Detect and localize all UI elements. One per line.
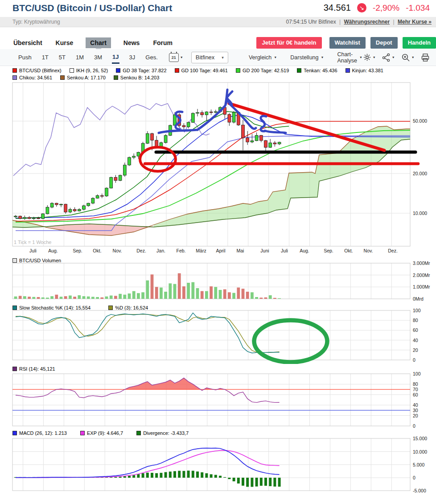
svg-text:10.000: 10.000 [413,449,427,454]
svg-text:10.000: 10.000 [413,211,427,216]
legend-label: GD 38 Tage: 37.822 [123,68,166,73]
svg-text:0: 0 [413,357,415,363]
exchange-select[interactable]: Bitfinex ▾ [191,52,228,63]
svg-text:Sep.: Sep. [73,248,82,253]
volume-panel[interactable]: 3.000Mr2.000Mr1.000Mr0Mrd [0,261,436,302]
legend-label: Senkou A: 17.170 [67,75,106,80]
date-range-picker[interactable]: 21 ▼ [169,53,183,62]
chart-toolbar: Push1T5T1M3M1J3JGes. 21 ▼ Bitfinex ▾ Ver… [0,49,436,66]
menu-chart-analyse[interactable]: Chart-Analyse▼ [337,51,362,64]
legend-swatch [236,68,240,73]
macd-swatch [12,431,17,435]
chevron-down-icon: ▼ [180,56,183,59]
legend-swatch [60,75,65,80]
svg-text:60: 60 [413,392,418,397]
button-handeln[interactable]: Handeln [403,37,436,49]
period-selector: Push1T5T1M3M1J3JGes. [18,51,158,64]
period-1t[interactable]: 1T [41,52,49,63]
svg-text:Jan.: Jan. [156,248,165,253]
chevron-down-icon: ▼ [359,56,362,59]
main-price-chart[interactable]: 50.00020.00010.000JuliAug.Sep.Okt.Nov.De… [0,82,436,256]
button-depot[interactable]: Depot [370,37,398,49]
title-row: BTC/USD (Bitcoin / US-Dollar) Chart 34.5… [0,0,436,17]
chevron-down-icon: ▼ [392,56,395,59]
svg-text:2.000Mr: 2.000Mr [413,273,430,278]
menu-label: Darstellung [290,54,318,61]
zoom-button[interactable]: ▼ [401,53,415,62]
print-button[interactable] [420,53,430,62]
nav-row: ÜbersichtKurseChartNewsForum Jetzt für 0… [0,37,436,49]
period-1j[interactable]: 1J [112,51,119,64]
svg-text:1.000Mr: 1.000Mr [413,284,430,289]
printer-icon [420,53,430,62]
legend-label: Kinjun: 43.381 [352,68,383,73]
share-button[interactable]: ▼ [382,53,395,62]
legend-item: Tenkan: 45.436 [297,68,337,73]
svg-text:0: 0 [413,475,415,480]
svg-text:70: 70 [413,387,418,392]
currency-converter-link[interactable]: Währungsrechner [344,19,390,25]
period-1m[interactable]: 1M [75,52,84,63]
period-3m[interactable]: 3M [94,52,103,63]
period-5t[interactable]: 5T [58,52,66,63]
more-quotes-link[interactable]: Mehr Kurse » [398,19,432,25]
menu-label: Vergleich [249,54,271,61]
period-ges[interactable]: Ges. [145,52,158,63]
rsi-panel[interactable]: 1008070604030200 [0,371,436,429]
menu-darstellung[interactable]: Darstellung▼ [290,54,324,61]
cta-trade-button[interactable]: Jetzt für 0€ handeln [256,37,321,49]
legend-label: Senkou B: 14.203 [120,75,159,80]
legend-item: Chikou: 34.561 [12,75,52,80]
svg-text:80: 80 [413,318,418,323]
drawn-blue-annotation [265,131,286,133]
instrument-type: Typ: Kryptowährung [12,19,60,25]
svg-text:Sep.: Sep. [324,248,333,253]
svg-text:-5.000: -5.000 [413,488,426,493]
tab-uebersicht[interactable]: Übersicht [12,37,43,48]
macd-label: MACD (26, 12): 1.213 [19,430,67,436]
button-watchlist[interactable]: Watchlist [329,37,366,49]
main-chart-legend-row1: BTC/USD (Bitfinex)IKH (9, 26, 52)GD 38 T… [12,68,383,73]
svg-text:Juni: Juni [260,248,269,253]
svg-text:März: März [196,248,206,253]
chevron-down-icon: ▼ [321,56,324,59]
legend-swatch [297,68,301,73]
legend-label: IKH (9, 26, 52) [76,68,108,73]
share-nodes-icon [382,53,391,62]
legend-label: GD 100 Tage: 49.461 [181,68,228,73]
svg-text:Dez.: Dez. [136,248,146,253]
svg-text:20: 20 [413,347,418,353]
legend-label: GD 200 Tage: 42.519 [243,68,289,73]
period-3j[interactable]: 3J [129,52,136,63]
page-tabs: ÜbersichtKurseChartNewsForum [12,37,173,49]
tab-news[interactable]: News [123,37,141,48]
nav-buttons: Jetzt für 0€ handeln WatchlistDepotHande… [256,37,436,49]
svg-text:April: April [216,248,225,253]
page-title: BTC/USD (Bitcoin / US-Dollar) Chart [12,3,172,13]
legend-swatch [12,68,17,73]
macd-panel[interactable]: 15.00010.0005.0000-5.000 [0,436,436,494]
legend-swatch [114,75,118,80]
stochastic-panel[interactable]: 100806040200 [0,309,436,364]
svg-text:40: 40 [413,402,418,408]
legend-item: Senkou B: 14.203 [114,75,159,80]
chevron-down-icon: ▼ [373,56,376,59]
chevron-down-icon: ▼ [411,56,415,59]
period-push[interactable]: Push [18,52,32,63]
tab-forum[interactable]: Forum [152,37,173,48]
svg-text:Feb.: Feb. [176,248,185,253]
separator: | [339,19,341,25]
menu-vergleich[interactable]: Vergleich▼ [249,54,277,61]
legend-item: GD 38 Tage: 37.822 [116,68,166,73]
tab-chart[interactable]: Chart [86,37,111,48]
tab-kurse[interactable]: Kurse [55,37,74,48]
legend-swatch [116,68,120,73]
current-price: 34.561 [324,3,351,13]
toolbar-icons: ▼ ▼ ▼ ▼ [362,53,436,62]
divergence-swatch [136,431,141,435]
settings-button[interactable]: ▼ [362,53,376,62]
svg-text:Okt.: Okt. [344,248,353,253]
quote-block: 34.561 ↘ -2,90% -1.034 [324,3,430,13]
legend-swatch [70,68,74,73]
legend-item: BTC/USD (Bitfinex) [12,68,62,73]
